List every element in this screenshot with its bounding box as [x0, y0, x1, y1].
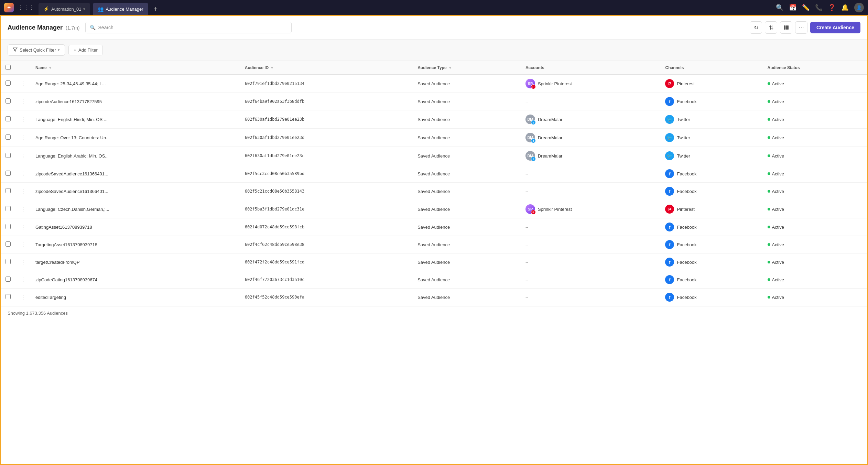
add-tab-button[interactable]: +	[151, 4, 161, 14]
calendar-icon[interactable]: 📅	[789, 4, 796, 11]
channels-header[interactable]: Channels	[660, 61, 762, 75]
row-menu-cell[interactable]: ⋮	[15, 183, 31, 200]
phone-icon[interactable]: 📞	[815, 4, 823, 11]
app-logo[interactable]: ✦	[4, 3, 14, 12]
account-dash: --	[525, 189, 529, 194]
row-checkbox-7[interactable]	[6, 206, 11, 211]
name-header[interactable]: Name ▾	[31, 61, 240, 75]
row-menu-cell[interactable]: ⋮	[15, 110, 31, 129]
search-input[interactable]	[98, 25, 287, 30]
tab-automation[interactable]: ⚡ Automation_01 ▾	[39, 3, 90, 15]
row-status-cell: Active	[763, 218, 867, 236]
select-all-header[interactable]	[1, 61, 15, 75]
quick-filter-button[interactable]: Select Quick Filter ▾	[8, 44, 65, 56]
accounts-header[interactable]: Accounts	[521, 61, 661, 75]
channel-icon-twitter: 🐦	[665, 115, 674, 124]
row-name: Language: English,Hindi; Min. OS ...	[35, 117, 125, 122]
row-menu-cell[interactable]: ⋮	[15, 129, 31, 147]
edit-icon[interactable]: ✏️	[802, 4, 810, 11]
id-sort-icon: ▾	[271, 66, 273, 70]
row-checkbox-12[interactable]	[6, 294, 11, 299]
status-dot	[768, 154, 770, 157]
account-name: DreamMalar	[538, 117, 563, 122]
row-checkbox-cell[interactable]	[1, 289, 15, 306]
add-filter-label: Add Filter	[78, 47, 98, 53]
row-menu-cell[interactable]: ⋮	[15, 236, 31, 253]
row-checkbox-cell[interactable]	[1, 236, 15, 253]
add-filter-button[interactable]: + Add Filter	[68, 45, 102, 55]
row-menu-cell[interactable]: ⋮	[15, 147, 31, 165]
row-checkbox-cell[interactable]	[1, 75, 15, 93]
channel-name: Twitter	[677, 117, 690, 122]
row-channel-cell: 🐦 Twitter	[660, 110, 762, 129]
row-status-cell: Active	[763, 271, 867, 289]
status-dot	[768, 118, 770, 121]
row-checkbox-cell[interactable]	[1, 147, 15, 165]
row-checkbox-3[interactable]	[6, 134, 11, 140]
status-text: Active	[772, 99, 784, 104]
row-menu-cell[interactable]: ⋮	[15, 218, 31, 236]
grid-icon[interactable]: ⋮⋮⋮	[17, 3, 36, 12]
row-checkbox-cell[interactable]	[1, 183, 15, 200]
row-checkbox-8[interactable]	[6, 224, 11, 229]
row-audience-id: 602f472f2c48dd59ce591fcd	[240, 253, 413, 271]
row-menu-cell[interactable]: ⋮	[15, 75, 31, 93]
channel-cell: f Facebook	[665, 223, 758, 231]
account-cell: SP P Sprinklr Pinterest	[525, 204, 656, 214]
account-dash: --	[525, 277, 529, 282]
create-audience-button[interactable]: Create Audience	[810, 22, 860, 33]
row-menu-cell[interactable]: ⋮	[15, 289, 31, 306]
user-avatar[interactable]: 👤	[854, 3, 864, 12]
search-bar: 🔍	[85, 22, 292, 33]
audience-count: (1.7m)	[66, 25, 79, 31]
row-checkbox-cell[interactable]	[1, 129, 15, 147]
row-checkbox-2[interactable]	[6, 116, 11, 121]
search-top-icon[interactable]: 🔍	[776, 4, 783, 11]
row-checkbox-9[interactable]	[6, 241, 11, 247]
refresh-button[interactable]: ↻	[750, 21, 762, 34]
row-checkbox-6[interactable]	[6, 188, 11, 193]
tab-audience[interactable]: 👥 Audience Manager	[93, 3, 148, 15]
row-checkbox-cell[interactable]	[1, 93, 15, 110]
audience-type-header[interactable]: Audience Type ▾	[413, 61, 521, 75]
row-checkbox-4[interactable]	[6, 153, 11, 158]
row-checkbox-5[interactable]	[6, 171, 11, 176]
row-checkbox-11[interactable]	[6, 277, 11, 282]
row-checkbox-cell[interactable]	[1, 165, 15, 183]
row-checkbox-0[interactable]	[6, 80, 11, 86]
more-options-button[interactable]: ⋯	[795, 21, 807, 34]
row-menu-cell[interactable]: ⋮	[15, 200, 31, 218]
audience-table: Name ▾ Audience ID ▾ Audience Type ▾ Acc…	[1, 61, 867, 306]
row-audience-id: 602f4d072c48dd59ce598fcb	[240, 218, 413, 236]
row-checkbox-cell[interactable]	[1, 200, 15, 218]
row-menu-cell[interactable]: ⋮	[15, 271, 31, 289]
row-checkbox-10[interactable]	[6, 259, 11, 264]
row-audience-id: 602f5c21ccd08e50b3558143	[240, 183, 413, 200]
row-checkbox-cell[interactable]	[1, 253, 15, 271]
row-menu-cell[interactable]: ⋮	[15, 253, 31, 271]
sort-button[interactable]: ⇅	[765, 21, 777, 34]
status-text: Active	[772, 153, 784, 159]
audience-table-wrapper: Name ▾ Audience ID ▾ Audience Type ▾ Acc…	[1, 61, 867, 306]
audience-id-header[interactable]: Audience ID ▾	[240, 61, 413, 75]
row-account-cell: --	[521, 218, 661, 236]
row-checkbox-cell[interactable]	[1, 271, 15, 289]
help-icon[interactable]: ❓	[828, 4, 836, 11]
row-checkbox-1[interactable]	[6, 98, 11, 104]
row-audience-type: Saved Audience	[413, 253, 521, 271]
row-checkbox-cell[interactable]	[1, 218, 15, 236]
row-checkbox-cell[interactable]	[1, 110, 15, 129]
row-account-cell: --	[521, 253, 661, 271]
status-badge: Active	[768, 189, 862, 194]
account-dash: --	[525, 99, 529, 104]
row-name-cell: Language: English,Arabic; Min. OS...	[31, 147, 240, 165]
row-menu-cell[interactable]: ⋮	[15, 93, 31, 110]
select-all-checkbox[interactable]	[6, 65, 11, 70]
row-account-cell: --	[521, 93, 661, 110]
row-menu-cell[interactable]: ⋮	[15, 165, 31, 183]
channel-name: Facebook	[677, 99, 696, 104]
columns-button[interactable]	[780, 21, 792, 34]
channel-icon-facebook: f	[665, 97, 674, 106]
status-header[interactable]: Audience Status	[763, 61, 867, 75]
notification-icon[interactable]: 🔔	[841, 4, 849, 11]
